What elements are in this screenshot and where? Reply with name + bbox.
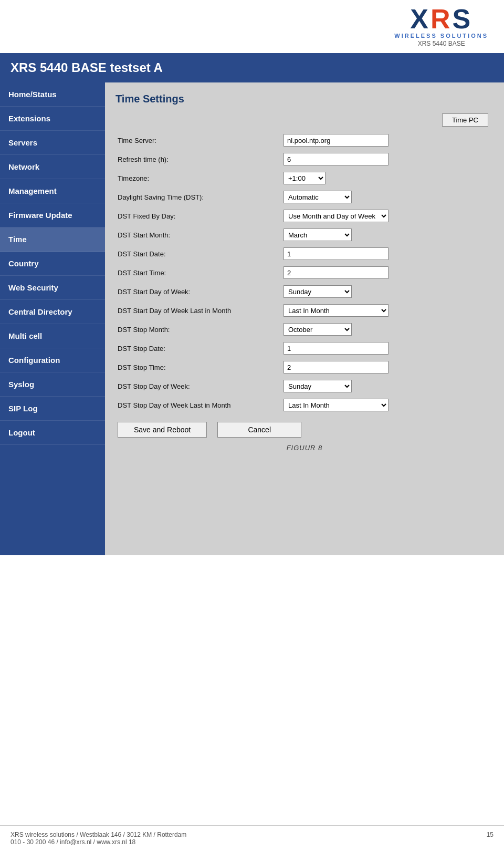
sidebar-item-extensions[interactable]: Extensions — [0, 107, 105, 131]
select-dst-start-dow[interactable]: Sunday Monday Tuesday Wednesday Thursday… — [284, 285, 352, 298]
form-row-dst-start-dow: DST Start Day of Week: Sunday Monday Tue… — [116, 284, 494, 299]
footer-page-number: 15 — [487, 831, 494, 846]
page-title: XRS 5440 BASE testset A — [10, 60, 163, 75]
sidebar-item-configuration[interactable]: Configuration — [0, 348, 105, 372]
sidebar-item-web-security[interactable]: Web Security — [0, 276, 105, 300]
select-dst-start-dow-last[interactable]: Last In Month First Second Third Fourth — [284, 304, 388, 317]
main-content: Home/Status Extensions Servers Network M… — [0, 82, 504, 555]
button-row: Save and Reboot Cancel — [116, 422, 494, 438]
select-dst-stop-month[interactable]: January February March April May June Ju… — [284, 323, 352, 336]
sidebar-item-management[interactable]: Management — [0, 179, 105, 203]
time-pc-button[interactable]: Time PC — [442, 113, 488, 127]
form-row-dst-stop-dow: DST Stop Day of Week: Sunday Monday Tues… — [116, 379, 494, 393]
label-dst-start-dow-last: DST Start Day of Week Last in Month — [116, 307, 284, 315]
sidebar-item-syslog[interactable]: Syslog — [0, 372, 105, 397]
form-row-dst-fixed: DST Fixed By Day: Use Month and Day of W… — [116, 209, 494, 223]
sidebar-item-central-directory[interactable]: Central Directory — [0, 300, 105, 324]
footer: XRS wireless solutions / Westblaak 146 /… — [0, 825, 504, 851]
sidebar-item-sip-log[interactable]: SIP Log — [0, 397, 105, 421]
label-dst-start-time: DST Start Time: — [116, 269, 284, 277]
label-dst-fixed: DST Fixed By Day: — [116, 212, 284, 220]
label-dst-stop-time: DST Stop Time: — [116, 364, 284, 371]
form-row-dst-stop-time: DST Stop Time: — [116, 360, 494, 375]
sidebar-item-time[interactable]: Time — [0, 227, 105, 252]
select-timezone[interactable]: +1:00 +0:00 +2:00 — [284, 172, 326, 184]
label-refresh-time: Refresh time (h): — [116, 155, 284, 163]
label-dst-start-month: DST Start Month: — [116, 231, 284, 239]
form-row-dst-start-date: DST Start Date: — [116, 246, 494, 261]
sidebar-item-home-status[interactable]: Home/Status — [0, 82, 105, 107]
header: XRS WIRELESS SOLUTIONS XRS 5440 BASE — [0, 0, 504, 50]
input-time-server[interactable] — [284, 134, 388, 147]
select-dst-start-month[interactable]: January February March April May June Ju… — [284, 229, 352, 241]
save-reboot-button[interactable]: Save and Reboot — [118, 422, 207, 438]
form-row-dst-stop-dow-last: DST Stop Day of Week Last in Month Last … — [116, 398, 494, 412]
form-row-timezone: Timezone: +1:00 +0:00 +2:00 — [116, 171, 494, 185]
label-timezone: Timezone: — [116, 174, 284, 182]
select-dst-stop-dow-last[interactable]: Last In Month First Second Third Fourth — [284, 399, 388, 411]
input-dst-stop-time[interactable] — [284, 361, 388, 373]
form-row-time-server: Time Server: — [116, 133, 494, 148]
sidebar-item-network[interactable]: Network — [0, 155, 105, 179]
footer-contact: 010 - 30 200 46 / info@xrs.nl / www.xrs.… — [10, 838, 186, 846]
sidebar-item-firmware-update[interactable]: Firmware Update — [0, 203, 105, 227]
logo-xrs: XRS — [394, 5, 488, 33]
form-area: Time PC Time Server: Refresh time (h): T… — [116, 113, 494, 438]
label-dst-stop-dow: DST Stop Day of Week: — [116, 382, 284, 390]
label-dst-stop-date: DST Stop Date: — [116, 345, 284, 352]
label-dst-start-date: DST Start Date: — [116, 250, 284, 258]
label-dst-stop-month: DST Stop Month: — [116, 326, 284, 334]
logo-subtitle: WIRELESS SOLUTIONS — [394, 33, 488, 39]
input-dst-start-time[interactable] — [284, 266, 388, 279]
sidebar-item-logout[interactable]: Logout — [0, 421, 105, 445]
input-dst-start-date[interactable] — [284, 247, 388, 260]
form-row-dst-start-month: DST Start Month: January February March … — [116, 227, 494, 242]
input-dst-stop-date[interactable] — [284, 342, 388, 355]
form-row-dst-stop-date: DST Stop Date: — [116, 341, 494, 356]
cancel-button[interactable]: Cancel — [217, 422, 301, 438]
title-bar: XRS 5440 BASE testset A — [0, 53, 504, 82]
form-row-refresh-time: Refresh time (h): — [116, 152, 494, 167]
form-row-dst-start-dow-last: DST Start Day of Week Last in Month Last… — [116, 303, 494, 318]
time-pc-row: Time PC — [116, 113, 494, 127]
sidebar-item-multi-cell[interactable]: Multi cell — [0, 324, 105, 348]
logo-area: XRS WIRELESS SOLUTIONS XRS 5440 BASE — [394, 5, 488, 47]
sidebar-item-servers[interactable]: Servers — [0, 131, 105, 155]
content-panel: Time Settings Time PC Time Server: Refre… — [105, 82, 504, 555]
form-row-dst-start-time: DST Start Time: — [116, 265, 494, 280]
select-dst-stop-dow[interactable]: Sunday Monday Tuesday Wednesday Thursday… — [284, 380, 352, 392]
label-dst-stop-dow-last: DST Stop Day of Week Last in Month — [116, 401, 284, 409]
label-dst-start-dow: DST Start Day of Week: — [116, 288, 284, 296]
figure-caption: Figuur 8 — [116, 444, 494, 452]
select-dst-fixed[interactable]: Use Month and Day of Week Use Fixed Date — [284, 210, 388, 222]
footer-address: XRS wireless solutions / Westblaak 146 /… — [10, 831, 186, 838]
label-time-server: Time Server: — [116, 137, 284, 144]
footer-left: XRS wireless solutions / Westblaak 146 /… — [10, 831, 186, 846]
logo-model: XRS 5440 BASE — [394, 40, 488, 47]
section-title: Time Settings — [116, 93, 494, 105]
input-refresh-time[interactable] — [284, 153, 388, 165]
select-dst[interactable]: Automatic Manual Off — [284, 191, 352, 203]
form-row-dst-stop-month: DST Stop Month: January February March A… — [116, 322, 494, 337]
sidebar-item-country[interactable]: Country — [0, 252, 105, 276]
form-row-dst: Daylight Saving Time (DST): Automatic Ma… — [116, 190, 494, 204]
label-dst: Daylight Saving Time (DST): — [116, 193, 284, 201]
sidebar: Home/Status Extensions Servers Network M… — [0, 82, 105, 555]
